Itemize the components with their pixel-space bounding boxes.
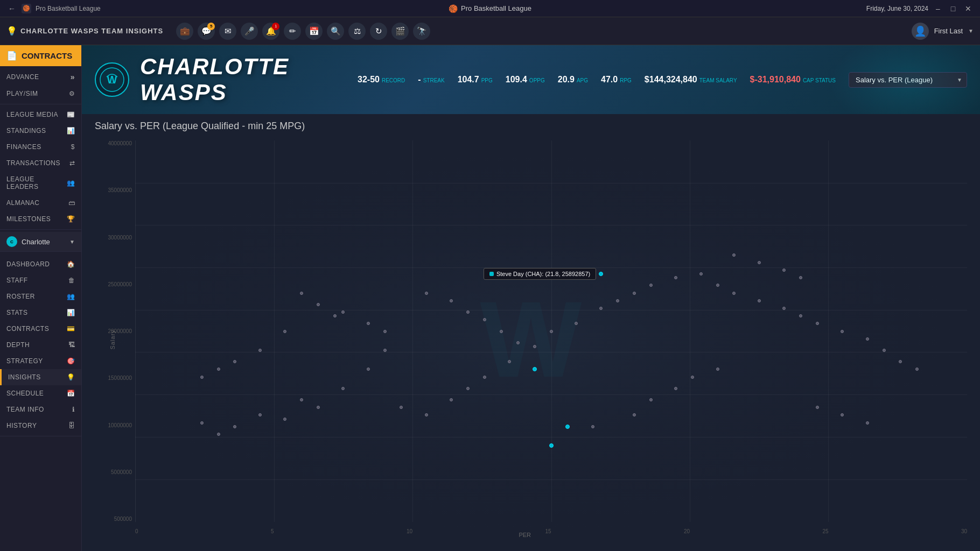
sidebar-item-milestones[interactable]: MILESTONES 🏆 <box>0 211 81 227</box>
scale-button[interactable]: ⚖ <box>348 23 366 40</box>
back-button[interactable]: ← <box>6 3 17 14</box>
sidebar-item-history[interactable]: HISTORY 🗄 <box>0 418 81 434</box>
ppg-stat: 104.7 PPG <box>458 75 493 84</box>
grid-v-1 <box>274 140 275 522</box>
minimize-button[interactable]: – <box>933 3 943 14</box>
playsim-icon: ⚙ <box>69 90 75 97</box>
sidebar-item-depth[interactable]: DEPTH 🏗 <box>0 337 81 353</box>
x-label-5: 5 <box>271 528 274 534</box>
ppg-label: PPG <box>481 77 493 83</box>
calendar-button[interactable]: 📅 <box>305 23 323 40</box>
other-dot-3 <box>450 398 453 401</box>
sidebar-item-contracts[interactable]: CONTRACTS 💳 <box>0 321 81 337</box>
other-dot-10 <box>599 307 603 310</box>
edit-button[interactable]: ✏ <box>284 23 301 40</box>
other-dot-46 <box>691 376 694 379</box>
other-dot-18 <box>300 398 303 401</box>
other-dot-60 <box>300 292 303 295</box>
team-dot-steve-day[interactable]: Steve Day (CHA): (21.8, 25892857) <box>599 272 603 276</box>
app-name-text: Pro Basketball League <box>36 5 101 12</box>
other-dot-64 <box>841 413 844 416</box>
other-dot-35 <box>915 368 919 371</box>
team-selector[interactable]: C Charlotte ▼ <box>0 232 81 252</box>
depth-label: DEPTH <box>6 341 30 349</box>
close-button[interactable]: ✕ <box>963 3 974 14</box>
briefcase-button[interactable]: 💼 <box>176 23 193 40</box>
sidebar-item-league-media[interactable]: LEAGUE MEDIA 📰 <box>0 107 81 123</box>
grid-v-5 <box>828 140 829 522</box>
search-button[interactable]: 🔍 <box>327 23 344 40</box>
other-dot-23 <box>200 421 204 425</box>
sidebar-item-roster[interactable]: ROSTER 👥 <box>0 288 81 305</box>
y-label-25m: 25000000 <box>108 281 132 287</box>
sidebar-item-finances[interactable]: FINANCES $ <box>0 139 81 155</box>
app-icon-center: 🏀 <box>449 4 458 13</box>
refresh-button[interactable]: ↻ <box>370 23 387 40</box>
other-dot-65 <box>866 421 869 425</box>
other-dot-42 <box>591 425 594 428</box>
bell-button[interactable]: 🔔 1 <box>262 23 279 40</box>
other-dot-32 <box>866 337 869 341</box>
other-dot-47 <box>716 368 719 371</box>
other-dot-25 <box>716 284 719 287</box>
team-dot-3[interactable] <box>565 425 570 429</box>
x-label-30: 30 <box>961 528 967 534</box>
stats-icon: 📊 <box>67 309 75 316</box>
sidebar-item-almanac[interactable]: ALMANAC 🗃 <box>0 195 81 211</box>
other-dot-20 <box>258 413 262 416</box>
team-dot-4[interactable] <box>549 443 554 448</box>
binoculars-button[interactable]: 🔭 <box>413 23 430 40</box>
transactions-icon: ⇄ <box>69 159 75 167</box>
message-button[interactable]: ✉ <box>219 23 236 40</box>
chart-type-dropdown[interactable]: Salary vs. PER (League) ▼ <box>849 72 967 88</box>
maximize-button[interactable]: □ <box>948 3 958 14</box>
other-dot-39 <box>483 318 486 321</box>
sidebar-item-standings[interactable]: STANDINGS 📊 <box>0 123 81 139</box>
sidebar-item-dashboard[interactable]: DASHBOARD 🏠 <box>0 256 81 272</box>
y-label-500k: 500000 <box>114 516 132 522</box>
sidebar-item-schedule[interactable]: SCHEDULE 📅 <box>0 385 81 401</box>
chat-button[interactable]: 💬 5 <box>198 23 215 40</box>
breadcrumb-icon: 💡 <box>6 26 17 36</box>
team-stats-area: 32-50 RECORD - STREAK 104.7 PPG 109.4 <box>358 72 967 88</box>
other-dot-12 <box>633 292 636 295</box>
other-dot-8 <box>550 330 553 333</box>
rpg-stat: 47.0 RPG <box>601 75 632 84</box>
advance-label: ADVANCE <box>6 73 39 81</box>
other-dot-40 <box>500 330 503 333</box>
strategy-label: STRATEGY <box>6 357 43 365</box>
other-dot-52 <box>258 349 262 352</box>
topnav: 💡 CHARLOTTE WASPS TEAM INSIGHTS 💼 💬 5 ✉ … <box>0 17 980 45</box>
other-dot-31 <box>841 330 844 333</box>
sidebar-item-playsim[interactable]: PLAY/SIM ⚙ <box>0 86 81 102</box>
video-button[interactable]: 🎬 <box>391 23 409 40</box>
streak-value: - <box>418 75 421 84</box>
other-dot-55 <box>200 376 204 379</box>
sidebar-item-advance[interactable]: ADVANCE » <box>0 68 81 86</box>
rpg-label: RPG <box>620 77 632 83</box>
other-dot-59 <box>799 276 802 279</box>
other-dot-63 <box>816 406 819 409</box>
salary-stat: $144,324,840 TEAM SALARY <box>645 75 737 84</box>
sidebar-item-team-info[interactable]: TEAM INFO ℹ <box>0 401 81 418</box>
oppg-label: OPPG <box>529 77 545 83</box>
other-dot-24 <box>699 272 703 276</box>
sidebar-item-transactions[interactable]: TRANSACTIONS ⇄ <box>0 155 81 171</box>
user-caret: ▼ <box>968 28 974 34</box>
insights-label: INSIGHTS <box>8 373 41 381</box>
sidebar-item-staff[interactable]: STAFF 🗑 <box>0 272 81 288</box>
sidebar-item-insights[interactable]: INSIGHTS 💡 <box>0 369 81 385</box>
other-dot-11 <box>616 299 619 302</box>
dropdown-caret-icon: ▼ <box>957 77 962 83</box>
sidebar-item-stats[interactable]: STATS 📊 <box>0 305 81 321</box>
date-display: Friday, June 30, 2024 <box>866 5 928 12</box>
tooltip-dot-icon <box>489 272 494 276</box>
y-label-40m: 40000000 <box>108 140 132 146</box>
team-dot-2[interactable] <box>533 367 537 371</box>
sidebar-item-strategy[interactable]: STRATEGY 🎯 <box>0 353 81 369</box>
sidebar-item-league-leaders[interactable]: LEAGUE LEADERS 👥 <box>0 171 81 195</box>
tooltip-text: Steve Day (CHA): (21.8, 25892857) <box>496 271 590 277</box>
mic-button[interactable]: 🎤 <box>241 23 258 40</box>
contracts-main-menu[interactable]: 📄 CONTRACTS <box>0 45 81 66</box>
team-name-container: CHARLOTTE WASPS <box>140 54 347 105</box>
